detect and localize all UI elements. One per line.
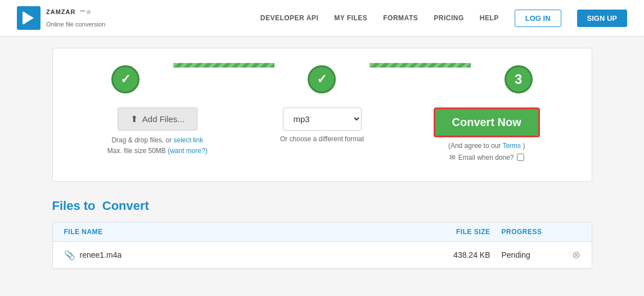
main-nav: DEVELOPER API MY FILES FORMATS PRICING H…	[260, 10, 627, 27]
converter-box: ✓ ✓ 3 ⬆ Add Files... Drag & drop files, …	[52, 48, 592, 182]
file-size-cell: 438.24 KB	[423, 250, 490, 259]
email-row: ✉ Email when done?	[449, 153, 524, 162]
add-files-col: ⬆ Add Files... Drag & drop files, or sel…	[75, 107, 240, 156]
files-section-title: Files to Convert	[52, 199, 592, 213]
logo-icon	[17, 6, 40, 30]
progress-status: Pending	[502, 250, 530, 259]
step-1-circle: ✓	[111, 65, 139, 93]
nav-pricing[interactable]: PRICING	[434, 14, 464, 22]
logo-name: ZAMZAR ™☆	[46, 8, 105, 21]
convert-now-button[interactable]: Convert Now	[434, 107, 540, 137]
terms-link[interactable]: Terms	[502, 142, 521, 150]
format-col: mp3 mp4 wav aac ogg flac m4a Or choose a…	[240, 107, 404, 143]
signup-button[interactable]: SIGN UP	[577, 10, 627, 27]
format-select[interactable]: mp3 mp4 wav aac ogg flac m4a	[283, 107, 362, 131]
step-3-circle: 3	[505, 65, 533, 93]
file-attachment-icon: 📎	[64, 250, 75, 261]
logo-text-area: ZAMZAR ™☆ Online file conversion	[46, 8, 105, 28]
nav-my-files[interactable]: MY FILES	[334, 14, 367, 22]
col-filesize: FILE SIZE	[423, 228, 490, 236]
step-2-circle: ✓	[308, 65, 336, 93]
logo-name-text: ZAMZAR	[46, 8, 75, 15]
login-button[interactable]: LOG IN	[515, 10, 561, 27]
nav-help[interactable]: HELP	[480, 14, 499, 22]
logo-area: ZAMZAR ™☆ Online file conversion	[17, 6, 105, 30]
title-colored: Convert	[102, 199, 149, 213]
files-section: Files to Convert FILE NAME FILE SIZE PRO…	[52, 199, 592, 269]
file-info: Drag & drop files, or select link Max. f…	[107, 135, 208, 156]
step-line-1	[173, 63, 274, 68]
file-name-cell: 📎 renee1.m4a	[64, 250, 423, 261]
col-filename: FILE NAME	[64, 228, 423, 236]
step-line-2	[370, 63, 471, 68]
max-size-text: Max. file size 50MB	[107, 147, 166, 155]
table-row: 📎 renee1.m4a 438.24 KB Pending ⊗	[53, 242, 592, 268]
step-1: ✓	[75, 65, 177, 93]
email-checkbox[interactable]	[517, 154, 524, 161]
remove-file-icon[interactable]: ⊗	[572, 249, 580, 261]
nav-formats[interactable]: FORMATS	[383, 14, 418, 22]
add-files-button[interactable]: ⬆ Add Files...	[118, 107, 197, 131]
terms-close: )	[523, 142, 525, 150]
email-icon: ✉	[449, 153, 456, 162]
convert-col: Convert Now (And agree to our Terms ) ✉ …	[404, 107, 569, 162]
step-2: ✓	[272, 65, 373, 93]
terms-text: (And agree to our	[448, 142, 501, 150]
logo-tagline: Online file conversion	[46, 21, 105, 28]
site-header: ZAMZAR ™☆ Online file conversion DEVELOP…	[0, 0, 644, 37]
convert-terms: (And agree to our Terms )	[448, 142, 525, 150]
file-name-text: renee1.m4a	[80, 250, 122, 259]
email-label: Email when done?	[458, 154, 514, 162]
upload-icon: ⬆	[130, 114, 138, 124]
title-plain: Files to	[52, 199, 96, 213]
main-content: ✓ ✓ 3 ⬆ Add Files... Drag & drop files, …	[41, 48, 604, 269]
file-progress-cell: Pending ⊗	[490, 249, 580, 261]
format-hint: Or choose a different format	[280, 135, 364, 143]
want-more-link[interactable]: (want more?)	[168, 147, 208, 155]
steps-row: ✓ ✓ 3	[75, 65, 569, 93]
svg-rect-1	[22, 12, 25, 24]
svg-marker-0	[24, 12, 34, 24]
col-progress: PROGRESS	[490, 228, 580, 236]
step-3: 3	[468, 65, 569, 93]
select-link[interactable]: select link	[174, 136, 204, 144]
files-table: FILE NAME FILE SIZE PROGRESS 📎 renee1.m4…	[52, 222, 592, 269]
controls-row: ⬆ Add Files... Drag & drop files, or sel…	[75, 107, 569, 162]
drag-drop-text: Drag & drop files, or	[111, 136, 172, 144]
nav-developer-api[interactable]: DEVELOPER API	[260, 14, 318, 22]
add-files-label: Add Files...	[142, 114, 184, 124]
table-header: FILE NAME FILE SIZE PROGRESS	[53, 222, 592, 242]
